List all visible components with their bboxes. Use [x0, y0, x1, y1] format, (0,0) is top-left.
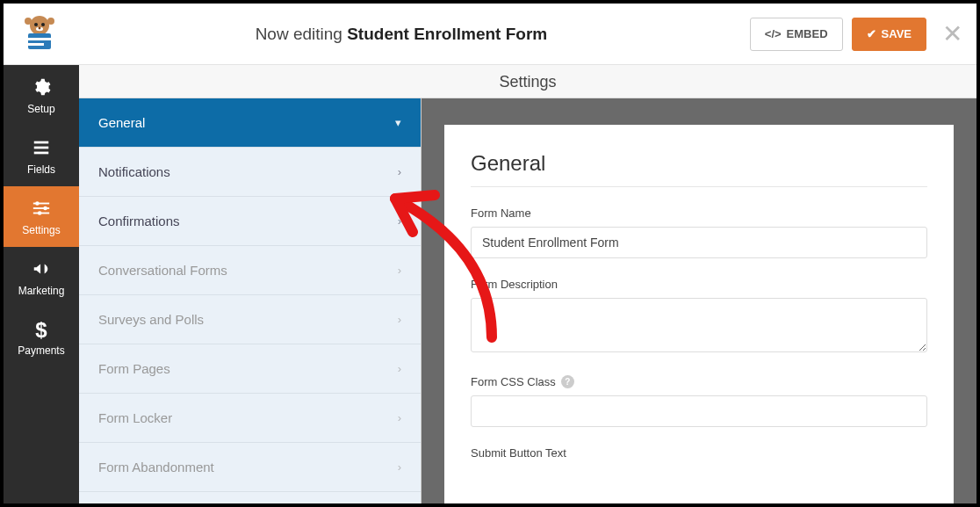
code-icon: </> — [765, 27, 782, 40]
panel-title: General — [471, 151, 927, 187]
submit-btn-label: Submit Button Text — [471, 446, 927, 460]
top-bar: Now editing Student Enrollment Form </> … — [4, 4, 976, 65]
svg-rect-9 — [28, 43, 44, 46]
svg-rect-7 — [28, 33, 51, 49]
form-css-label-text: Form CSS Class — [471, 375, 556, 388]
check-icon: ✔ — [867, 27, 876, 40]
left-nav: Setup Fields Settings Marketing $ Paymen… — [4, 65, 79, 503]
svg-point-3 — [34, 23, 38, 26]
save-label: SAVE — [882, 27, 912, 40]
form-desc-label: Form Description — [471, 278, 927, 291]
sliders-icon — [4, 199, 79, 221]
nav-label: Fields — [4, 163, 79, 176]
svg-rect-12 — [34, 152, 49, 155]
svg-point-0 — [30, 16, 49, 35]
nav-label: Settings — [4, 224, 79, 236]
settings-item-general[interactable]: General ▾ — [79, 98, 421, 148]
bullhorn-icon — [4, 259, 79, 281]
save-button[interactable]: ✔ SAVE — [852, 18, 926, 51]
chevron-down-icon: ▾ — [395, 116, 401, 129]
settings-item-label: Form Abandonment — [98, 460, 214, 474]
form-name-label: Form Name — [471, 206, 927, 220]
form-css-label: Form CSS Class ? — [471, 375, 927, 388]
settings-item-label: General — [98, 115, 145, 130]
preview-outer: General Form Name Form Description Form … — [422, 98, 976, 503]
nav-label: Setup — [4, 103, 79, 115]
embed-button[interactable]: </> EMBED — [750, 18, 843, 51]
dollar-icon: $ — [4, 320, 79, 341]
settings-item-label: Form Locker — [98, 410, 172, 425]
field-submit-text: Submit Button Text — [471, 446, 927, 460]
form-title: Student Enrollment Form — [347, 25, 547, 43]
chevron-right-icon: › — [398, 264, 401, 277]
chevron-right-icon: › — [398, 313, 401, 326]
field-form-name: Form Name — [471, 206, 927, 258]
nav-setup[interactable]: Setup — [4, 65, 79, 126]
svg-rect-10 — [34, 141, 49, 144]
nav-settings[interactable]: Settings — [4, 186, 79, 247]
settings-item-form-abandonment[interactable]: Form Abandonment › — [79, 443, 421, 492]
settings-item-form-locker[interactable]: Form Locker › — [79, 394, 421, 443]
svg-point-1 — [25, 18, 32, 25]
chevron-right-icon: › — [398, 362, 401, 375]
field-form-description: Form Description — [471, 278, 927, 356]
form-desc-input[interactable] — [471, 298, 927, 352]
svg-point-14 — [35, 201, 40, 206]
settings-item-notifications[interactable]: Notifications › — [79, 148, 421, 197]
svg-rect-11 — [34, 147, 49, 149]
svg-point-4 — [41, 23, 45, 26]
settings-item-label: Surveys and Polls — [98, 312, 204, 327]
nav-payments[interactable]: $ Payments — [4, 308, 79, 367]
svg-point-18 — [38, 211, 42, 215]
embed-label: EMBED — [787, 27, 828, 40]
nav-label: Marketing — [4, 285, 79, 297]
chevron-right-icon: › — [398, 460, 401, 474]
nav-label: Payments — [4, 344, 79, 357]
settings-item-surveys-polls[interactable]: Surveys and Polls › — [79, 295, 421, 344]
close-icon[interactable]: ✕ — [942, 22, 962, 47]
gear-icon — [4, 77, 79, 99]
field-form-css: Form CSS Class ? — [471, 375, 927, 427]
chevron-right-icon: › — [398, 214, 401, 228]
chevron-right-icon: › — [398, 165, 401, 178]
chevron-right-icon: › — [398, 411, 401, 424]
settings-item-label: Conversational Forms — [98, 263, 227, 278]
settings-item-label: Notifications — [98, 164, 170, 179]
app-logo — [18, 12, 61, 56]
settings-item-conversational-forms[interactable]: Conversational Forms › — [79, 246, 421, 295]
settings-item-form-pages[interactable]: Form Pages › — [79, 344, 421, 394]
nav-fields[interactable]: Fields — [4, 126, 79, 186]
settings-list[interactable]: General ▾ Notifications › Confirmations … — [79, 98, 422, 503]
help-icon[interactable]: ? — [561, 375, 574, 388]
workspace-body: General ▾ Notifications › Confirmations … — [79, 98, 976, 503]
form-css-input[interactable] — [471, 395, 927, 427]
general-panel: General Form Name Form Description Form … — [444, 125, 954, 503]
settings-item-confirmations[interactable]: Confirmations › — [79, 197, 421, 246]
editing-prefix: Now editing — [256, 25, 342, 43]
list-icon — [4, 138, 79, 160]
svg-point-6 — [39, 26, 41, 29]
form-name-input[interactable] — [471, 227, 927, 258]
svg-point-2 — [47, 18, 54, 25]
workspace: Settings General ▾ Notifications › Confi… — [79, 65, 976, 503]
svg-point-16 — [43, 206, 47, 211]
nav-marketing[interactable]: Marketing — [4, 247, 79, 308]
settings-item-label: Confirmations — [98, 214, 180, 228]
page-title: Now editing Student Enrollment Form — [61, 25, 741, 44]
svg-rect-8 — [28, 38, 51, 40]
settings-item-label: Form Pages — [98, 361, 170, 376]
settings-header: Settings — [79, 65, 976, 98]
main-area: Setup Fields Settings Marketing $ Paymen… — [4, 65, 976, 503]
